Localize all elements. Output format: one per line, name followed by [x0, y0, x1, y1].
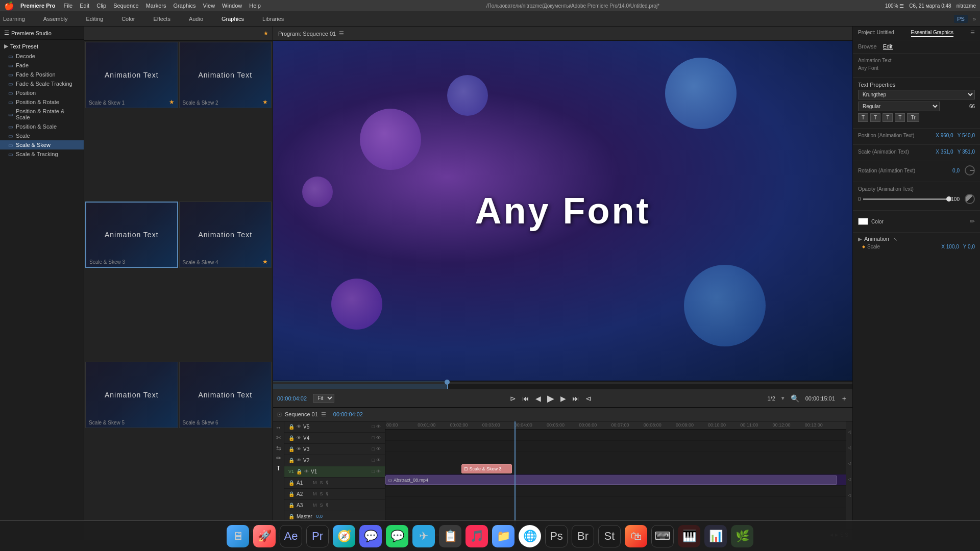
v4-eye-icon[interactable]: 👁: [376, 435, 381, 440]
sequence-menu[interactable]: Sequence: [113, 3, 139, 9]
app-name[interactable]: Premiere Pro: [20, 3, 55, 9]
play-button[interactable]: ▶: [545, 392, 556, 405]
sidebar-item-scale[interactable]: ▭ Scale: [0, 131, 84, 140]
scrubber-handle[interactable]: [445, 380, 450, 385]
markers-menu[interactable]: Markers: [146, 3, 166, 9]
dock-music[interactable]: 🎵: [465, 525, 488, 547]
v1-eye-icon[interactable]: 👁: [376, 469, 381, 474]
dock-clipboard[interactable]: 📋: [439, 525, 461, 547]
rotation-circle[interactable]: [965, 165, 975, 176]
dock-chrome[interactable]: 🌐: [519, 525, 541, 547]
dock-more2[interactable]: 📊: [704, 525, 727, 547]
color-swatch[interactable]: [858, 218, 868, 225]
file-menu[interactable]: File: [63, 3, 72, 9]
sidebar-item-decode[interactable]: ▭ Decode: [0, 52, 84, 61]
animation-header[interactable]: ▶ Animation ↖: [858, 236, 975, 242]
bold-button[interactable]: T: [858, 113, 868, 122]
browse-tab[interactable]: Browse: [858, 43, 877, 50]
sidebar-item-fade-position[interactable]: ▭ Fade & Position: [0, 70, 84, 79]
dock-folder[interactable]: 📁: [492, 525, 514, 547]
dock-adobe2[interactable]: Br: [572, 525, 594, 547]
position-x[interactable]: X 960,0: [936, 133, 953, 138]
sidebar-item-scale-tracking[interactable]: ▭ Scale & Tracking: [0, 149, 84, 159]
sidebar-item-pos-rot-scale[interactable]: ▭ Position & Rotate & Scale: [0, 107, 84, 122]
preset-card-5[interactable]: Animation Text Scale & Skew 5: [85, 362, 178, 428]
anim-scale-x[interactable]: X 100,0: [941, 244, 959, 249]
dock-terminal[interactable]: ⌨: [651, 525, 674, 547]
italic-button[interactable]: T: [870, 113, 880, 122]
nav-assembly[interactable]: Assembly: [40, 14, 71, 24]
edit-tab[interactable]: Edit: [883, 43, 893, 50]
nav-color[interactable]: Color: [118, 14, 138, 24]
dock-adobe3[interactable]: St: [598, 525, 621, 547]
preset-card-1[interactable]: Animation Text Scale & Skew 1 ★: [85, 42, 178, 108]
v3-eye-icon[interactable]: 👁: [376, 446, 381, 452]
nav-overflow[interactable]: »: [973, 16, 976, 22]
preset-card-2-star[interactable]: ★: [262, 98, 268, 106]
nav-editing[interactable]: Editing: [83, 14, 107, 24]
dock-telegram[interactable]: ✈: [412, 525, 435, 547]
scale-x[interactable]: X 351,0: [936, 149, 953, 155]
dock-safari[interactable]: 🧭: [333, 525, 355, 547]
project-label[interactable]: Project: Untitled: [858, 30, 894, 37]
text-preset-header[interactable]: ▶ Text Preset: [0, 40, 84, 52]
dock-more3[interactable]: 🌿: [731, 525, 753, 547]
star-filter-icon[interactable]: ★: [263, 30, 268, 37]
edit-menu[interactable]: Edit: [80, 3, 89, 9]
dock-pr[interactable]: Pr: [306, 525, 329, 547]
dock-more1[interactable]: 🎹: [678, 525, 700, 547]
mark-in-button[interactable]: ⊳: [508, 393, 518, 404]
preset-card-3[interactable]: Animation Text Scale & Skew 3: [85, 202, 178, 268]
preset-card-1-star[interactable]: ★: [169, 98, 175, 106]
rotation-value[interactable]: 0,0: [952, 168, 960, 173]
nav-graphics[interactable]: Graphics: [218, 14, 247, 24]
pen-icon[interactable]: ✏: [275, 453, 283, 463]
anim-scale-y[interactable]: Y 0,0: [963, 244, 975, 249]
frame-forward-button[interactable]: ▶: [558, 393, 568, 404]
position-y[interactable]: Y 540,0: [958, 133, 975, 138]
sidebar-item-position[interactable]: ▭ Position: [0, 88, 84, 97]
preset-card-2[interactable]: Animation Text Scale & Skew 2 ★: [179, 42, 272, 108]
window-menu[interactable]: Window: [222, 3, 242, 9]
dock-ae[interactable]: Ae: [280, 525, 302, 547]
opacity-circle[interactable]: [965, 194, 975, 204]
font-style-selector[interactable]: Regular: [858, 102, 940, 111]
nav-effects[interactable]: Effects: [150, 14, 173, 24]
help-menu[interactable]: Help: [249, 3, 261, 9]
graphics-menu[interactable]: Graphics: [173, 3, 195, 9]
dock-store[interactable]: 🛍: [625, 525, 647, 547]
dock-launchpad[interactable]: 🚀: [253, 525, 276, 547]
essential-graphics-label[interactable]: Essential Graphics: [911, 30, 953, 37]
preset-card-4-star[interactable]: ★: [262, 258, 268, 265]
video-clip-v1[interactable]: ▭ Abstract_08.mp4: [385, 475, 837, 485]
superscript-button[interactable]: Tr: [907, 113, 919, 122]
preset-card-6[interactable]: Animation Text Scale & Skew 6: [179, 362, 272, 428]
view-menu[interactable]: View: [203, 3, 215, 9]
clip-menu[interactable]: Clip: [96, 3, 106, 9]
sidebar-item-pos-scale[interactable]: ▭ Position & Scale: [0, 122, 84, 131]
font-selector[interactable]: Krungthep: [858, 90, 975, 99]
nav-learning[interactable]: Learning: [0, 14, 28, 24]
sidebar-item-fade-scale[interactable]: ▭ Fade & Scale Tracking: [0, 79, 84, 88]
slip-icon[interactable]: ⇆: [275, 443, 283, 453]
opacity-slider[interactable]: [863, 198, 949, 200]
track-select-icon[interactable]: ↔: [274, 422, 283, 433]
underline-button[interactable]: T: [883, 113, 893, 122]
expand-button[interactable]: +: [840, 393, 848, 404]
nav-audio[interactable]: Audio: [186, 14, 206, 24]
color-edit-icon[interactable]: ✏: [970, 218, 975, 225]
sidebar-item-pos-rotate[interactable]: ▭ Position & Rotate: [0, 97, 84, 107]
dock-finder[interactable]: 🖥: [227, 525, 249, 547]
essential-menu-icon[interactable]: ☰: [970, 30, 975, 37]
preset-card-4[interactable]: Animation Text Scale & Skew 4 ★: [179, 202, 272, 268]
fit-select[interactable]: Fit: [313, 394, 334, 403]
preview-menu-icon[interactable]: ☰: [339, 30, 344, 37]
mark-out-button[interactable]: ⊲: [583, 393, 594, 404]
nav-libraries[interactable]: Libraries: [259, 14, 287, 24]
text-clip-v2[interactable]: ⊡ Scale & Skew 3: [461, 464, 512, 473]
ps-label[interactable]: PS: [954, 15, 968, 23]
v5-eye-icon[interactable]: 👁: [376, 424, 381, 429]
sidebar-item-fade[interactable]: ▭ Fade: [0, 61, 84, 70]
sidebar-item-scale-skew[interactable]: ▭ Scale & Skew: [0, 140, 84, 149]
strikethrough-button[interactable]: T: [895, 113, 905, 122]
